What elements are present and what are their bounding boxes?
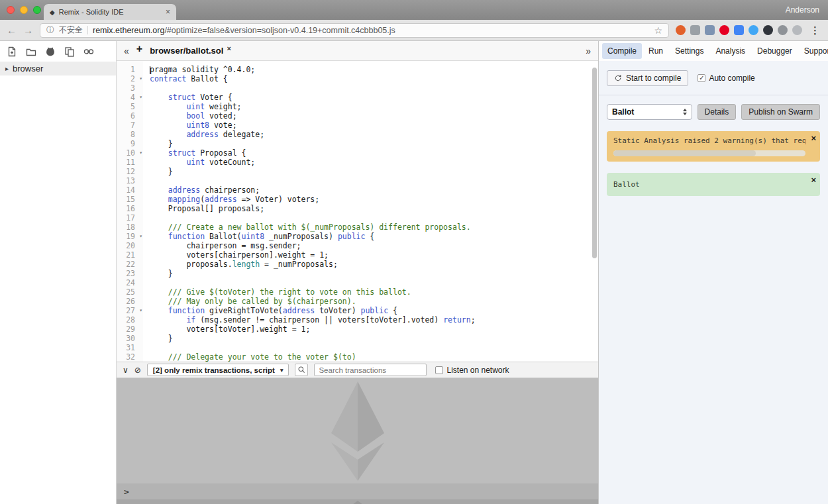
code-line-14[interactable]: address chairperson; <box>150 185 598 195</box>
editor-tab-close-icon[interactable]: × <box>227 44 231 52</box>
auto-compile-checkbox[interactable]: ✓ <box>698 74 705 82</box>
forward-icon[interactable]: → <box>23 25 33 35</box>
line-number-14: 14 <box>117 185 143 195</box>
github-gist-icon[interactable] <box>45 46 56 57</box>
bookmark-star-icon[interactable]: ☆ <box>654 25 662 36</box>
terminal-prompt[interactable]: > <box>117 483 598 499</box>
extension-icon-9[interactable] <box>792 25 802 35</box>
code-line-13[interactable] <box>150 176 598 185</box>
file-tree-item-browser[interactable]: ▸ browser <box>0 62 116 76</box>
code-line-29[interactable]: voters[toVoter].weight = 1; <box>150 325 598 334</box>
link-localhost-icon[interactable] <box>83 46 95 57</box>
search-icon[interactable] <box>295 364 308 376</box>
extension-icon-4[interactable] <box>719 25 729 35</box>
terminal-filter-dropdown[interactable]: [2] only remix transactions, script ▾ <box>147 364 289 376</box>
search-transactions-input[interactable] <box>314 364 427 376</box>
extension-icon-5[interactable] <box>734 25 744 35</box>
panel-tab-settings[interactable]: Settings <box>670 43 709 59</box>
code-line-3[interactable] <box>150 83 598 93</box>
code-line-1[interactable]: pragma solidity ^0.4.0; <box>150 65 598 74</box>
editor-tab-ballot[interactable]: browser/ballot.sol × <box>150 46 231 56</box>
tab-close-icon[interactable]: × <box>166 8 170 16</box>
minimize-window-button[interactable] <box>20 6 28 14</box>
browser-menu-icon[interactable]: ⋮ <box>809 25 821 36</box>
editor-code[interactable]: pragma solidity ^0.4.0;contract Ballot {… <box>143 61 598 362</box>
contract-select[interactable]: Ballot <box>607 104 692 120</box>
fold-icon[interactable]: ▾ <box>139 74 142 83</box>
terminal-body: > <box>117 378 598 504</box>
listen-checkbox[interactable] <box>435 366 443 374</box>
code-line-30[interactable]: } <box>150 334 598 343</box>
code-line-17[interactable] <box>150 213 598 223</box>
code-line-8[interactable]: address delegate; <box>150 130 598 139</box>
editor-scrollbar-thumb[interactable] <box>592 68 597 258</box>
fold-icon[interactable]: ▾ <box>139 232 142 241</box>
back-icon[interactable]: ← <box>7 25 17 35</box>
browser-tab[interactable]: ◆ Remix - Solidity IDE × <box>44 4 176 20</box>
panel-tab-compile[interactable]: Compile <box>602 43 642 59</box>
code-line-7[interactable]: uint8 vote; <box>150 121 598 130</box>
extension-icon-8[interactable] <box>778 25 788 35</box>
panel-tab-run[interactable]: Run <box>643 43 668 59</box>
code-line-20[interactable]: chairperson = msg.sender; <box>150 241 598 250</box>
extension-icon-1[interactable] <box>676 25 686 35</box>
code-line-22[interactable]: proposals.length = _numProposals; <box>150 260 598 269</box>
warning-close-icon[interactable]: × <box>811 133 816 143</box>
code-line-24[interactable] <box>150 278 598 287</box>
address-bar[interactable]: ⓘ 不安全 remix.ethereum.org/#optimize=false… <box>40 23 669 38</box>
extension-icon-2[interactable] <box>690 25 700 35</box>
code-line-23[interactable]: } <box>150 269 598 278</box>
publish-swarm-button[interactable]: Publish on Swarm <box>741 104 820 120</box>
success-close-icon[interactable]: × <box>811 175 816 185</box>
code-line-26[interactable]: /// May only be called by $(chairperson)… <box>150 297 598 306</box>
terminal-toggle-icon[interactable]: ∨ <box>123 366 129 374</box>
code-line-19[interactable]: function Ballot(uint8 _numProposals) pub… <box>150 232 598 241</box>
code-line-31[interactable] <box>150 343 598 352</box>
fold-icon[interactable]: ▾ <box>139 93 142 102</box>
fold-icon[interactable]: ▾ <box>139 148 142 158</box>
terminal-clear-icon[interactable]: ⊘ <box>134 366 141 374</box>
extension-icon-7[interactable] <box>763 25 773 35</box>
line-number-30: 30 <box>117 334 143 343</box>
panel-tab-analysis[interactable]: Analysis <box>710 43 750 59</box>
details-button[interactable]: Details <box>698 104 737 120</box>
new-file-icon[interactable] <box>7 46 18 57</box>
code-line-32[interactable]: /// Delegate your vote to the voter $(to… <box>150 352 598 362</box>
tree-caret-icon[interactable]: ▸ <box>5 65 9 72</box>
editor-tabbar: « + browser/ballot.sol × » <box>117 41 598 61</box>
code-line-9[interactable]: } <box>150 139 598 148</box>
copy-files-icon[interactable] <box>64 46 76 57</box>
listen-on-network[interactable]: Listen on network <box>435 366 509 375</box>
panel-tab-support[interactable]: Support <box>799 43 828 59</box>
new-tab-icon[interactable]: + <box>136 43 142 55</box>
code-line-16[interactable]: Proposal[] proposals; <box>150 204 598 213</box>
code-line-2[interactable]: contract Ballot { <box>150 74 598 83</box>
code-line-10[interactable]: struct Proposal { <box>150 148 598 158</box>
code-line-4[interactable]: struct Voter { <box>150 93 598 102</box>
code-line-11[interactable]: uint voteCount; <box>150 158 598 167</box>
extension-icon-6[interactable] <box>749 25 758 35</box>
code-line-6[interactable]: bool voted; <box>150 111 598 121</box>
start-compile-button[interactable]: Start to compile <box>607 70 688 86</box>
page-info-icon[interactable]: ⓘ <box>46 25 54 36</box>
code-line-5[interactable]: uint weight; <box>150 102 598 111</box>
tab-scroll-right-icon[interactable]: » <box>586 46 591 56</box>
code-line-21[interactable]: voters[chairperson].weight = 1; <box>150 250 598 260</box>
profile-name[interactable]: Anderson <box>786 5 819 15</box>
close-window-button[interactable] <box>7 6 15 14</box>
extension-icon-3[interactable] <box>705 25 715 35</box>
panel-tab-debugger[interactable]: Debugger <box>752 43 798 59</box>
code-line-28[interactable]: if (msg.sender != chairperson || voters[… <box>150 315 598 325</box>
code-editor[interactable]: 12▾34▾5678910▾111213141516171819▾2021222… <box>117 61 598 362</box>
code-line-18[interactable]: /// Create a new ballot with $(_numPropo… <box>150 223 598 232</box>
code-line-12[interactable]: } <box>150 167 598 176</box>
fold-icon[interactable]: ▾ <box>139 306 142 315</box>
tab-scroll-left-icon[interactable]: « <box>124 46 129 56</box>
zoom-window-button[interactable] <box>33 6 41 14</box>
code-line-15[interactable]: mapping(address => Voter) voters; <box>150 195 598 204</box>
auto-compile[interactable]: ✓ Auto compile <box>698 74 754 83</box>
line-number-26: 26 <box>117 297 143 306</box>
code-line-27[interactable]: function giveRightToVote(address toVoter… <box>150 306 598 315</box>
code-line-25[interactable]: /// Give $(toVoter) the right to vote on… <box>150 287 598 297</box>
open-folder-icon[interactable] <box>26 46 37 57</box>
